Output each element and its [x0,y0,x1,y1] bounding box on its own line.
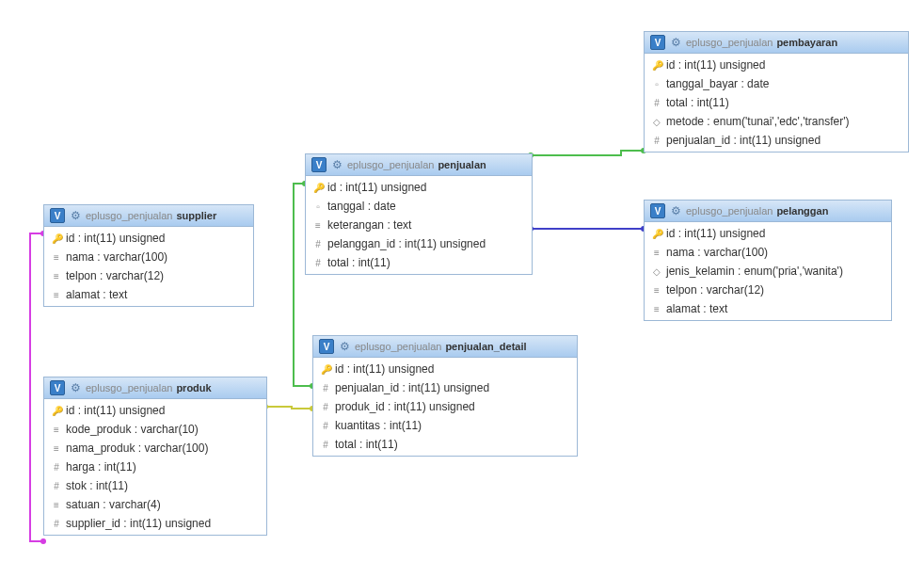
table-produk[interactable]: V ⚙ eplusgo_penjualan produk 🔑id : int(1… [43,377,267,536]
num-icon: # [321,421,330,431]
column-label: nama_produk : varchar(100) [66,442,208,455]
column-row[interactable]: #total : int(11) [306,253,532,272]
column-row[interactable]: ◇jenis_kelamin : enum('pria','wanita') [645,262,891,281]
column-row[interactable]: ≡keterangan : text [306,216,532,234]
column-row[interactable]: ≡alamat : text [645,299,891,318]
text-icon: ≡ [52,271,61,281]
svg-point-1 [40,538,46,544]
table-body-penjualan-detail: 🔑id : int(11) unsigned#penjualan_id : in… [313,358,577,456]
column-row[interactable]: #supplier_id : int(11) unsigned [44,514,266,533]
column-row[interactable]: #total : int(11) [645,93,908,112]
column-label: id : int(11) unsigned [66,232,165,245]
gear-icon[interactable]: ⚙ [669,36,682,49]
column-row[interactable]: ≡satuan : varchar(4) [44,495,266,514]
db-name: eplusgo_penjualan [686,37,773,48]
column-row[interactable]: ≡nama_produk : varchar(100) [44,439,266,458]
key-icon: 🔑 [313,183,323,193]
key-icon: 🔑 [652,60,661,71]
table-supplier[interactable]: V ⚙ eplusgo_penjualan supplier 🔑id : int… [43,204,254,307]
db-name: eplusgo_penjualan [686,205,773,217]
key-icon: 🔑 [652,229,661,239]
view-icon: V [311,157,327,172]
key-icon: 🔑 [52,406,61,416]
gear-icon[interactable]: ⚙ [69,381,82,394]
column-row[interactable]: #pelanggan_id : int(11) unsigned [306,234,532,253]
column-row[interactable]: 🔑id : int(11) unsigned [44,401,266,420]
table-header-produk[interactable]: V ⚙ eplusgo_penjualan produk [44,377,266,399]
column-row[interactable]: 🔑id : int(11) unsigned [645,56,908,74]
column-row[interactable]: ≡nama : varchar(100) [44,248,253,266]
num-icon: # [52,481,61,491]
view-icon: V [50,380,65,395]
column-row[interactable]: ▫tanggal : date [306,197,532,216]
column-label: id : int(11) unsigned [666,227,765,240]
table-name: pembayaran [776,37,837,48]
column-label: keterangan : text [327,218,411,232]
column-label: id : int(11) unsigned [666,58,765,72]
table-header-pelanggan[interactable]: V ⚙ eplusgo_penjualan pelanggan [645,201,891,222]
table-header-penjualan-detail[interactable]: V ⚙ eplusgo_penjualan penjualan_detail [313,336,577,358]
db-name: eplusgo_penjualan [347,159,434,170]
text-icon: ≡ [52,443,61,454]
column-row[interactable]: ≡kode_produk : varchar(10) [44,420,266,439]
gear-icon[interactable]: ⚙ [338,340,351,353]
column-row[interactable]: #kuantitas : int(11) [313,416,577,435]
column-row[interactable]: 🔑id : int(11) unsigned [306,178,532,197]
text-icon: ≡ [52,252,61,263]
column-label: satuan : varchar(4) [66,498,161,511]
table-header-pembayaran[interactable]: V ⚙ eplusgo_penjualan pembayaran [645,32,908,54]
column-row[interactable]: #stok : int(11) [44,476,266,495]
column-label: nama : varchar(100) [666,246,768,259]
column-label: metode : enum('tunai','edc','transfer') [666,115,850,128]
column-label: total : int(11) [335,438,398,451]
column-label: penjualan_id : int(11) unsigned [335,381,489,394]
column-row[interactable]: ▫tanggal_bayar : date [645,74,908,93]
column-row[interactable]: #harga : int(11) [44,458,266,476]
text-icon: ≡ [652,285,661,296]
column-row[interactable]: #produk_id : int(11) unsigned [313,397,577,416]
column-row[interactable]: ≡nama : varchar(100) [645,243,891,262]
text-icon: ≡ [52,500,61,510]
column-row[interactable]: ≡telpon : varchar(12) [44,266,253,285]
column-label: supplier_id : int(11) unsigned [66,517,211,530]
column-row[interactable]: #penjualan_id : int(11) unsigned [645,131,908,150]
column-row[interactable]: 🔑id : int(11) unsigned [313,360,577,378]
table-penjualan[interactable]: V ⚙ eplusgo_penjualan penjualan 🔑id : in… [305,153,533,275]
column-label: pelanggan_id : int(11) unsigned [327,237,486,250]
num-icon: # [321,440,330,450]
column-row[interactable]: ◇metode : enum('tunai','edc','transfer') [645,112,908,131]
key-icon: 🔑 [321,364,330,375]
column-label: nama : varchar(100) [66,250,167,264]
column-label: alamat : text [666,302,727,315]
column-row[interactable]: ≡telpon : varchar(12) [645,281,891,299]
column-label: id : int(11) unsigned [335,362,434,376]
table-header-supplier[interactable]: V ⚙ eplusgo_penjualan supplier [44,205,253,227]
table-pelanggan[interactable]: V ⚙ eplusgo_penjualan pelanggan 🔑id : in… [644,200,892,321]
num-icon: # [652,136,661,146]
column-row[interactable]: ≡alamat : text [44,285,253,304]
num-icon: # [313,239,323,249]
text-icon: ≡ [52,425,61,435]
column-label: kode_produk : varchar(10) [66,423,199,436]
table-penjualan-detail[interactable]: V ⚙ eplusgo_penjualan penjualan_detail 🔑… [312,335,578,457]
view-icon: V [50,208,65,223]
gear-icon[interactable]: ⚙ [330,158,343,171]
table-name: penjualan_detail [445,341,526,352]
table-name: penjualan [438,159,486,170]
num-icon: # [52,519,61,529]
table-header-penjualan[interactable]: V ⚙ eplusgo_penjualan penjualan [306,154,532,176]
column-row[interactable]: #penjualan_id : int(11) unsigned [313,378,577,397]
gear-icon[interactable]: ⚙ [669,204,682,217]
column-row[interactable]: #total : int(11) [313,435,577,454]
gear-icon[interactable]: ⚙ [69,209,82,222]
date-icon: ▫ [652,79,661,89]
db-name: eplusgo_penjualan [86,382,172,393]
column-row[interactable]: 🔑id : int(11) unsigned [44,229,253,248]
column-label: id : int(11) unsigned [327,181,426,194]
num-icon: # [652,98,661,108]
column-row[interactable]: 🔑id : int(11) unsigned [645,224,891,243]
table-name: pelanggan [776,205,828,217]
column-label: alamat : text [66,288,127,301]
table-pembayaran[interactable]: V ⚙ eplusgo_penjualan pembayaran 🔑id : i… [644,31,909,153]
text-icon: ≡ [52,290,61,300]
